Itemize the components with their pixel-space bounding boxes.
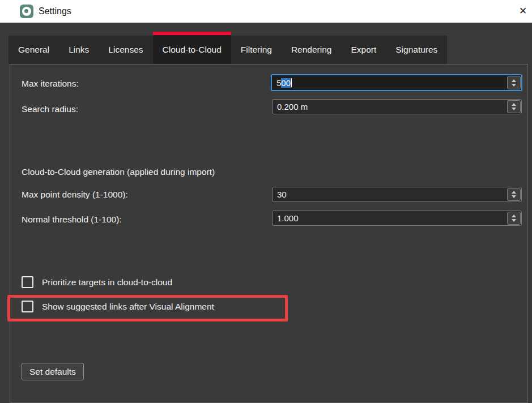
app-logo-ring (22, 7, 31, 16)
tab-rendering[interactable]: Rendering (282, 36, 342, 64)
spin-down-icon[interactable] (512, 219, 516, 222)
app-logo-icon (20, 5, 33, 18)
spin-up-icon[interactable] (512, 215, 516, 217)
normal-threshold-spinbox[interactable]: 1.000 (272, 211, 522, 226)
show-suggested-links-checkbox[interactable] (22, 301, 33, 312)
search-radius-spinbox[interactable]: 0.200 m (272, 99, 522, 114)
max-point-density-spinner[interactable] (507, 188, 521, 201)
settings-dialog: Settings ✕ General Links Licenses Cloud-… (0, 0, 532, 403)
tab-general[interactable]: General (8, 36, 59, 64)
title-bar: Settings ✕ (0, 0, 532, 23)
normal-threshold-spinner[interactable] (507, 212, 521, 225)
spin-down-icon[interactable] (512, 84, 516, 87)
tab-cloud-to-cloud[interactable]: Cloud-to-Cloud (153, 32, 231, 64)
tab-export[interactable]: Export (341, 36, 386, 64)
cloud-to-cloud-pane: Max iterations: 500 Search radius: 0.200… (10, 64, 528, 403)
prioritize-targets-checkbox[interactable] (22, 276, 33, 288)
tab-filtering[interactable]: Filtering (231, 36, 282, 64)
tab-licenses[interactable]: Licenses (99, 36, 152, 64)
window-title: Settings (39, 0, 71, 23)
spin-down-icon[interactable] (512, 108, 516, 110)
normal-threshold-label: Normal threshold (1-100): (22, 215, 122, 225)
spin-up-icon[interactable] (512, 191, 516, 194)
max-iterations-spinner[interactable] (507, 76, 521, 89)
set-defaults-button[interactable]: Set defaults (22, 363, 84, 380)
spin-up-icon[interactable] (512, 103, 516, 106)
max-iterations-value[interactable]: 500 (272, 75, 507, 90)
app-logo-dot (24, 9, 28, 13)
tab-links[interactable]: Links (59, 36, 99, 64)
normal-threshold-value[interactable]: 1.000 (273, 211, 507, 225)
prioritize-targets-label: Prioritize targets in cloud-to-cloud (42, 277, 172, 288)
prioritize-targets-row: Prioritize targets in cloud-to-cloud (22, 276, 172, 288)
generation-section-header: Cloud-to-Cloud generation (applied durin… (22, 167, 215, 177)
max-iterations-label: Max iterations: (22, 79, 79, 89)
settings-tab-bar: General Links Licenses Cloud-to-Cloud Fi… (8, 32, 447, 64)
spin-down-icon[interactable] (512, 195, 516, 198)
close-icon[interactable]: ✕ (514, 2, 531, 19)
max-point-density-label: Max point density (1-1000): (22, 190, 128, 200)
search-radius-value[interactable]: 0.200 m (273, 100, 507, 114)
text-caret (291, 78, 292, 87)
show-suggested-links-row: Show suggested links after Visual Alignm… (22, 301, 214, 312)
max-point-density-value[interactable]: 30 (273, 187, 507, 202)
selected-text: 00 (281, 78, 291, 88)
search-radius-spinner[interactable] (507, 100, 521, 113)
search-radius-label: Search radius: (22, 104, 78, 114)
spin-up-icon[interactable] (512, 79, 516, 82)
max-iterations-spinbox[interactable]: 500 (271, 74, 522, 91)
tab-signatures[interactable]: Signatures (386, 36, 447, 64)
max-point-density-spinbox[interactable]: 30 (272, 187, 522, 202)
show-suggested-links-label: Show suggested links after Visual Alignm… (42, 302, 214, 312)
